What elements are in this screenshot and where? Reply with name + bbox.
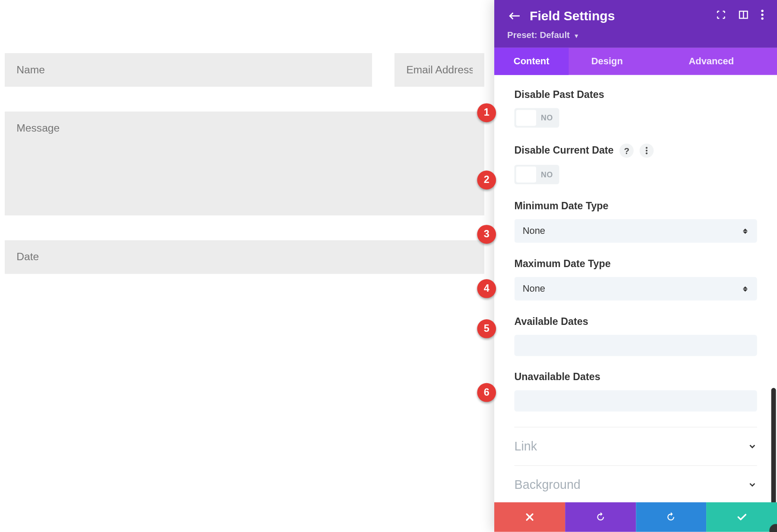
select-value: None [523,226,545,236]
option-label: Maximum Date Type [515,258,611,270]
option-disable-past-dates: Disable Past Dates NO [515,89,757,128]
form-row [5,53,484,87]
annotation-badge-5: 5 [477,319,496,338]
caret-down-icon: ▼ [573,32,579,39]
panel-title: Field Settings [530,8,716,24]
input-available-dates[interactable] [515,335,757,356]
option-maximum-date-type: Maximum Date Type None [515,258,757,300]
panel-footer [494,502,777,532]
chevron-down-icon [748,441,757,451]
option-label: Disable Current Date [515,145,614,156]
select-maximum-date-type[interactable]: None [515,277,757,301]
select-caret-icon [743,227,749,235]
svg-point-7 [646,152,648,154]
message-field[interactable] [5,112,484,216]
option-label: Unavailable Dates [515,371,600,383]
svg-point-2 [761,10,763,12]
annotation-badge-3: 3 [477,225,496,244]
option-minimum-date-type: Minimum Date Type None [515,200,757,242]
chevron-down-icon [748,480,757,489]
back-icon[interactable] [507,9,521,23]
columns-icon[interactable] [738,9,749,22]
settings-panel: Field Settings Preset: Default ▼ [494,0,777,532]
email-field[interactable] [395,53,484,87]
expand-icon[interactable] [716,9,726,22]
svg-point-3 [761,13,763,16]
tab-content[interactable]: Content [494,48,569,75]
toggle-disable-past-dates[interactable]: NO [515,108,559,127]
select-value: None [523,283,545,294]
form-preview [5,53,484,274]
select-minimum-date-type[interactable]: None [515,219,757,243]
help-icon[interactable]: ? [619,143,634,157]
toggle-handle [516,110,537,126]
toggle-handle [516,167,537,183]
select-caret-icon [743,284,749,293]
annotation-badge-4: 4 [477,279,496,298]
tab-design[interactable]: Design [569,48,645,75]
annotation-badge-2: 2 [477,170,496,189]
toggle-value: NO [541,113,553,123]
name-field[interactable] [5,53,372,87]
option-label: Disable Past Dates [515,89,604,101]
option-unavailable-dates: Unavailable Dates [515,371,757,411]
preset-label: Preset: Default [507,29,570,39]
tab-advanced[interactable]: Advanced [645,48,777,75]
annotation-badge-1: 1 [477,103,496,122]
preset-selector[interactable]: Preset: Default ▼ [507,29,764,39]
toggle-value: NO [541,170,553,179]
save-button[interactable] [706,502,777,532]
section-link[interactable]: Link [515,427,757,465]
section-background[interactable]: Background [515,465,757,497]
more-icon[interactable] [761,9,764,22]
date-field[interactable] [5,240,484,274]
option-menu-icon[interactable] [640,143,654,157]
redo-button[interactable] [636,502,707,532]
option-available-dates: Available Dates [515,316,757,356]
option-disable-current-date: Disable Current Date ? NO [515,143,757,185]
panel-tabs: Content Design Advanced [494,48,777,75]
undo-button[interactable] [565,502,636,532]
cancel-button[interactable] [494,502,565,532]
svg-point-4 [761,17,763,19]
section-title: Link [515,439,537,453]
section-title: Background [515,478,581,492]
option-label: Available Dates [515,316,588,327]
input-unavailable-dates[interactable] [515,390,757,411]
svg-point-5 [646,147,648,148]
toggle-disable-current-date[interactable]: NO [515,165,559,184]
panel-body: Disable Past Dates NO Disable Current Da… [494,75,777,502]
option-label: Minimum Date Type [515,200,609,212]
svg-point-6 [646,150,648,151]
annotation-badge-6: 6 [477,383,496,402]
scrollbar[interactable] [771,388,776,502]
panel-header: Field Settings Preset: Default ▼ [494,0,777,48]
